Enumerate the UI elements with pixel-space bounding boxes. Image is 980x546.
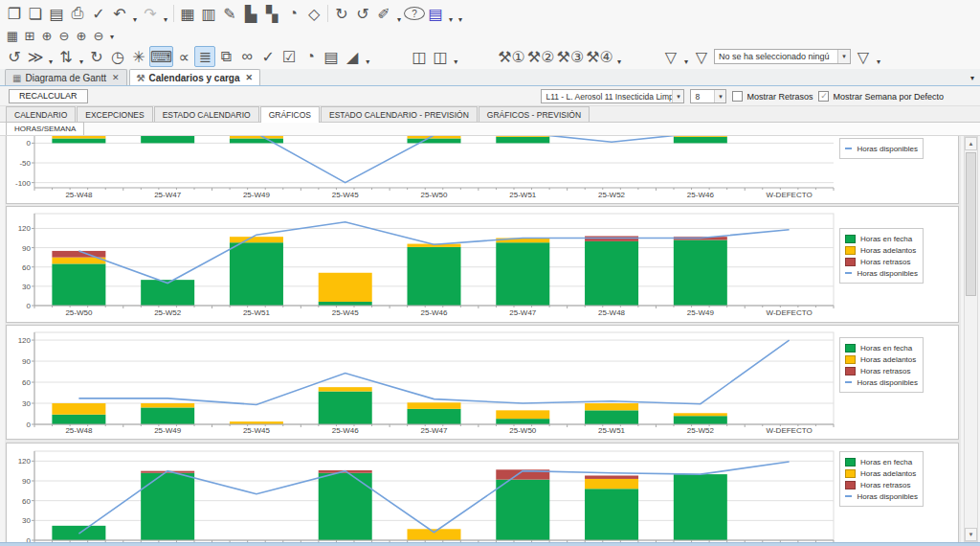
export-document-icon[interactable]: ❏ [25,3,46,24]
link-tasks-icon[interactable]: ∝ [173,46,194,67]
sort-tasks-icon[interactable]: ⇅ [56,46,77,67]
infinity-capacity-icon[interactable]: ∞ [236,46,257,67]
run-forward-caret-icon[interactable]: ▾ [46,57,56,66]
tab-diagrama-de-gantt[interactable]: ▦Diagrama de Gantt✕ [5,69,127,85]
tools-caret-icon[interactable]: ▾ [614,57,624,66]
svg-text:-50: -50 [19,159,31,168]
legend-color-swatch [845,258,856,266]
reschedule-arrow-icon[interactable]: ↻ [331,3,352,24]
color-fan-caret-icon[interactable]: ▾ [363,57,372,66]
layout-restore-icon[interactable]: ◫ [430,46,451,67]
filter-settings-caret-icon[interactable]: ▾ [874,57,883,66]
row2-overflow-caret-icon[interactable]: ▾ [107,33,117,41]
close-icon[interactable]: ✕ [112,73,120,82]
undo-caret-icon[interactable]: ▾ [130,15,140,24]
scroll-up-icon[interactable]: ▴ [965,137,977,150]
tab-calendarios-y-carga[interactable]: ⚒Calendarios y carga✕ [129,69,261,85]
sort-caret-icon[interactable]: ▾ [77,57,86,66]
report-document-icon[interactable]: ▤ [425,3,446,24]
toolbar-row-1: ❐❏▤⎙✓↶▾↷▾▦▥✎▙▚◔◇↻↺✐▾?▤▾▾ [0,0,980,27]
legend-line-swatch [845,148,852,149]
checkbox-icon[interactable] [732,91,743,102]
redo-icon[interactable]: ↷ [140,3,161,24]
dashboard-gauge-icon[interactable]: ◔ [282,3,303,24]
svg-text:30: 30 [22,516,31,525]
task-status-list-icon[interactable]: ≣ [194,46,215,67]
legend-line-swatch [845,381,852,383]
subtab-gráficos[interactable]: GRÁFICOS [260,106,320,123]
recalculate-loop-icon[interactable]: ↺ [352,3,373,24]
filter-settings-icon[interactable]: ▽ [853,46,874,67]
keyboard-entry-icon[interactable]: ⌨ [149,46,173,67]
tabstrip-overflow-caret[interactable]: ▾ [970,74,974,82]
subtab-calendario[interactable]: CALENDARIO [6,106,76,122]
subtab-estado-calendario-previsión[interactable]: ESTADO CALENDARIO - PREVISIÓN [321,106,478,122]
gauge-meter-icon[interactable]: ◔ [300,46,321,67]
auto-gear-icon[interactable]: ✳ [128,46,149,67]
open-folder-icon[interactable]: ❐ [4,3,25,24]
h-zoom-in-icon[interactable]: ⊕ [38,28,56,43]
filter-edit-caret-icon[interactable]: ▾ [681,57,691,66]
task-grid-view-icon[interactable]: ▥ [198,3,219,24]
validate-check-icon[interactable]: ✓ [88,3,109,24]
legend-line-swatch [845,272,852,274]
calendar-table-icon[interactable]: ⊞ [21,28,38,43]
grid-edit-icon[interactable]: ✎ [219,3,240,24]
help-icon[interactable]: ? [404,7,425,20]
charts-scrollbar[interactable]: ▴ ▾ [964,136,978,542]
load-profile-1-icon[interactable]: ▙ [240,3,261,24]
redo-caret-icon[interactable]: ▾ [161,15,170,24]
refresh-cs-icon[interactable]: ↻ [86,46,107,67]
h-zoom-out-icon[interactable]: ⊖ [56,28,73,43]
sign-disable-caret-icon[interactable]: ▾ [394,15,404,24]
v-zoom-out-icon[interactable]: ⊖ [90,28,107,43]
layout-caret-icon[interactable]: ▾ [451,57,460,66]
bar-segment [141,473,194,540]
grid-check-icon[interactable]: ☑ [278,46,300,67]
subtab-excepciones[interactable]: EXCEPCIONES [77,106,152,122]
tools-4-icon[interactable]: ⚒④ [585,46,614,67]
page-gauge-icon[interactable]: ▤ [321,46,342,67]
gantt-view-icon[interactable]: ▦ [177,3,198,24]
chevron-down-icon[interactable]: ▾ [672,90,683,102]
filter-edit-icon[interactable]: ▽ [660,46,681,67]
tab-horas-semana[interactable]: HORAS/SEMANA [6,122,84,135]
chevron-down-icon[interactable]: ▾ [837,50,850,63]
checkbox-mostrar-semana[interactable]: ✓ Mostrar Semana por Defecto [818,91,944,102]
recalculate-button[interactable]: RECALCULAR [9,89,88,103]
v-zoom-in-icon[interactable]: ⊕ [73,28,90,43]
filter-funnel-icon[interactable]: ▽ [691,46,712,67]
reschedule-all-icon[interactable]: ↺ [4,46,25,67]
subtab-gráficos-previsión[interactable]: GRÁFICOS - PREVISIÓN [479,106,590,122]
close-icon[interactable]: ✕ [246,73,254,82]
bar-segment [52,415,105,424]
filter-combobox[interactable]: No se ha seleccionado ningú▾ [714,49,851,64]
bar-segment [585,241,638,306]
save-icon[interactable]: ▤ [46,3,67,24]
timesheet-table-icon[interactable]: ▦ [4,28,21,43]
tools-1-icon[interactable]: ⚒① [497,46,526,67]
hours-select[interactable]: 8 ▾ [690,89,726,103]
run-forward-icon[interactable]: ≫ [25,46,46,67]
load-profile-2-icon[interactable]: ▚ [261,3,282,24]
tools-3-icon[interactable]: ⚒③ [556,46,586,67]
scrollbar-thumb[interactable] [966,152,976,296]
undo-icon[interactable]: ↶ [109,3,130,24]
clock-lock-icon[interactable]: ◷ [107,46,128,67]
scroll-down-icon[interactable]: ▾ [965,528,977,541]
line-select[interactable]: L11 - L. Aerosol 11 Insecticida Limpie..… [541,89,684,103]
sign-disable-icon[interactable]: ✐ [373,3,394,24]
check-circle-icon[interactable]: ✓ [257,46,278,67]
color-fan-icon[interactable]: ◢ [342,46,363,67]
subtab-estado-calendario[interactable]: ESTADO CALENDARIO [154,106,259,122]
copy-pages-icon[interactable]: ⧉ [215,46,236,67]
checkbox-mostrar-retrasos[interactable]: Mostrar Retrasos [732,91,813,102]
chevron-down-icon[interactable]: ▾ [714,90,725,102]
tools-2-icon[interactable]: ⚒② [526,46,556,67]
row1-overflow-caret-icon[interactable]: ▾ [456,15,465,24]
checkbox-icon[interactable]: ✓ [818,91,829,102]
print-icon[interactable]: ⎙ [67,3,88,24]
report-caret-icon[interactable]: ▾ [446,15,456,24]
cube-3d-icon[interactable]: ◇ [303,3,324,24]
layout-save-icon[interactable]: ◫ [409,46,430,67]
